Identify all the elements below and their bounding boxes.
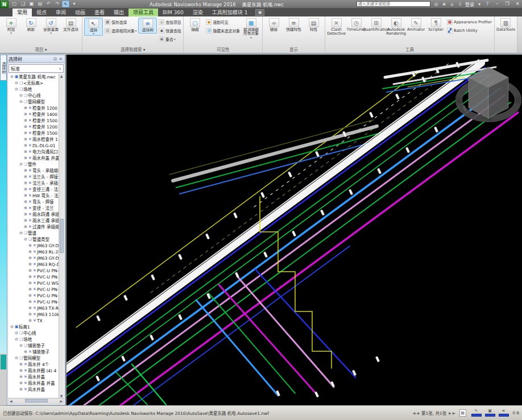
tree-item[interactable]: ⊖❏管道类型 <box>9 236 59 243</box>
new-icon[interactable]: ▢ <box>11 1 18 7</box>
tree-item[interactable]: ⊕✕雨水井盖 <box>9 374 59 380</box>
expander-icon[interactable]: ⊕ <box>23 149 28 155</box>
select-same-button[interactable]: ▥选择相同对象▾ <box>104 27 137 34</box>
sign-in-button[interactable]: 登录 <box>465 1 474 7</box>
restore-button[interactable]: ❐ <box>503 1 512 7</box>
datatools-button[interactable]: ▥DataTools <box>496 18 515 32</box>
expander-icon[interactable]: ⊕ <box>23 174 28 180</box>
expander-icon[interactable]: ⊕ <box>23 143 28 149</box>
home-icon[interactable]: ⌂ <box>449 2 455 7</box>
cursor-button[interactable]: ↖选择▾ <box>84 18 103 36</box>
pin-icon[interactable]: ⊡ <box>52 57 58 61</box>
expander-icon[interactable]: ⊕ <box>28 274 32 280</box>
require-button[interactable]: ◆强制可见 <box>205 18 241 26</box>
expander-icon[interactable]: ⊕ <box>23 130 28 136</box>
expander-icon[interactable]: ⊕ <box>23 180 28 186</box>
expander-icon[interactable]: ⊖ <box>10 324 14 330</box>
tree-item[interactable]: ⊕✕变径三通 - 法兰 <box>9 186 59 193</box>
tree-item[interactable]: ⊖❏管件 <box>9 161 59 168</box>
ribbon-tab-0[interactable]: 常用 <box>13 9 32 16</box>
tab-extra-icon[interactable]: ▣ <box>255 9 264 16</box>
expander-icon[interactable]: ⊕ <box>28 311 32 318</box>
save-icon[interactable]: ▣ <box>28 1 35 7</box>
tree-vertical-scrollbar[interactable]: ▲ ▼ <box>59 74 64 398</box>
tree-item[interactable]: ⊖▣美星东路 机电.nwc <box>9 74 59 80</box>
tree-item[interactable]: ⊖❏中心线 <box>9 330 59 336</box>
tree-item[interactable]: ⊕✕JM63 GY-DN400 <box>9 255 59 261</box>
close-panel-icon[interactable]: ✕ <box>58 57 64 61</box>
tree-item[interactable]: ⊕✕检查井 1500 2孔 <box>9 130 59 136</box>
redo-icon[interactable]: ↷ <box>53 1 61 7</box>
tree-item[interactable]: ⊖❏管网模型 <box>9 355 59 361</box>
tree-item[interactable]: ⊕✕PVC-U PN-DN800 <box>9 286 59 293</box>
tree-item[interactable]: ⊖▣标高1 <box>9 324 59 330</box>
expander-icon[interactable]: ⊕ <box>28 243 32 249</box>
expander-icon[interactable]: ⊕ <box>28 286 32 293</box>
save-selection-button[interactable]: ▦保存选择 <box>104 18 137 26</box>
help-icon[interactable]: ? <box>484 2 491 7</box>
ribbon-tab-3[interactable]: 动画 <box>71 9 90 16</box>
tree-item[interactable]: ⊕✕铺装垫子 <box>9 349 59 355</box>
print-icon[interactable]: ▤ <box>36 1 44 7</box>
viewport-3d[interactable] <box>65 55 522 405</box>
expander-icon[interactable]: ⊕ <box>28 255 32 261</box>
tree-item[interactable]: ⊖❏管网模型 <box>9 99 59 105</box>
expander-icon[interactable]: ⊕ <box>23 111 28 118</box>
expander-icon[interactable]: ⊕ <box>19 386 23 393</box>
tree-mode-dropdown[interactable]: 标准 ∨ <box>9 64 64 73</box>
reset-button[interactable]: ↺全部重置▾ <box>42 18 60 35</box>
prev-sheet-icon[interactable]: ◀ <box>416 411 419 415</box>
tree-item[interactable]: ⊕✕JM63 RQ-DN200 <box>9 261 59 268</box>
ribbon-tab-9[interactable]: 工具附加模块 1 <box>208 9 252 16</box>
open-icon[interactable]: ❏ <box>19 1 27 7</box>
scroll-up-icon[interactable]: ▲ <box>60 74 63 78</box>
expander-icon[interactable]: ⊕ <box>28 293 32 299</box>
expander-icon[interactable]: ⊖ <box>19 99 23 105</box>
scripter-button[interactable]: ¶Scripter <box>426 18 445 32</box>
hide-button[interactable]: ▢隐藏 <box>185 18 204 32</box>
tree-item[interactable]: ⊕✕PVC-U PN-DN500 <box>9 268 59 274</box>
sets-button[interactable]: ▣集合▾ <box>158 35 181 43</box>
tree-item[interactable]: ⊕✕PVC-U WS-DN500 <box>9 280 59 286</box>
scroll-down-icon[interactable]: ▼ <box>60 394 63 398</box>
selection-tree-button[interactable]: ≡选择树 <box>138 18 157 34</box>
tree-item[interactable]: ⊕✕TX <box>9 318 59 324</box>
options-button[interactable]: ▤文件选项 <box>61 18 80 32</box>
rendering-button[interactable]: ◐Autodesk Rendering <box>387 18 405 37</box>
tree-item[interactable]: ⊕✕检查井 1200 2孔 <box>9 105 59 111</box>
tree-item[interactable]: ⊕✕JM63 110kV-10k <box>9 311 59 318</box>
tree-item[interactable]: ⊕✕过渡件 承插熔接点 <box>9 224 59 230</box>
expander-icon[interactable]: ⊕ <box>23 155 28 161</box>
tree-item[interactable]: ⊕✕变径 - 法兰 <box>9 205 59 211</box>
next-sheet-icon[interactable]: ▶ <box>449 411 451 415</box>
tree-item[interactable]: ⊕✕雨水井盖 井盖 <box>9 380 59 386</box>
expander-icon[interactable]: ⊕ <box>28 318 32 324</box>
tree-item[interactable]: ⊕✕PVC-U PN-DN600 <box>9 274 59 280</box>
vscroll-thumb[interactable] <box>60 219 64 253</box>
download-icon[interactable]: ⇩ <box>457 2 463 7</box>
tree-item[interactable]: ⊕✕电力沟通风口 <box>9 149 59 155</box>
last-sheet-icon[interactable]: ▶ <box>453 411 455 415</box>
ribbon-tab-2[interactable]: 审阅 <box>51 9 71 16</box>
customize-icon[interactable]: ▾ <box>71 1 78 7</box>
expander-icon[interactable]: ⊖ <box>10 74 14 80</box>
expander-icon[interactable]: ⊕ <box>23 349 28 355</box>
signin-caret-icon[interactable]: ▾ <box>476 2 483 7</box>
expander-icon[interactable]: ⊕ <box>23 118 28 124</box>
tree-item[interactable]: ⊖❏场地 <box>9 336 59 343</box>
expander-icon[interactable]: ⊕ <box>19 380 23 386</box>
expander-icon[interactable]: ⊖ <box>19 343 23 349</box>
expander-icon[interactable]: ⊕ <box>23 105 28 111</box>
app-logo-icon[interactable]: N <box>0 1 9 8</box>
append-button[interactable]: +附加▾ <box>2 18 20 35</box>
expander-icon[interactable]: ⊖ <box>14 330 19 336</box>
tree-item[interactable]: ⊕✕检查井 1400 2孔 <box>9 111 59 118</box>
quick-properties-button[interactable]: ≡快捷特性 <box>284 18 303 32</box>
animator-button[interactable]: ✎Animator <box>407 18 425 32</box>
appearance-button[interactable]: ▦Appearance Profiler <box>446 18 492 26</box>
expander-icon[interactable]: ⊕ <box>28 280 32 286</box>
tree-item[interactable]: ⊕✕检查井 1500 <box>9 118 59 124</box>
minimize-button[interactable]: – <box>492 1 502 7</box>
expander-icon[interactable]: ⊕ <box>23 124 28 130</box>
tree-item[interactable]: ⊕✕DL-DLG-01 <box>9 143 59 149</box>
